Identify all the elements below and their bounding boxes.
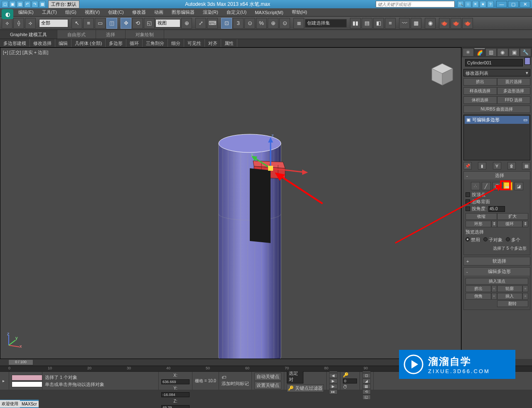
vertex-subobj-icon[interactable]: ∴ [471, 182, 480, 190]
loop-spinner[interactable]: ⇕ [522, 221, 528, 227]
communication-center-tabs[interactable]: 欢迎使用 MAXScr [0, 400, 39, 408]
menu-view[interactable]: 视图(V) [81, 8, 104, 17]
zoom-all-icon[interactable]: ▦ [362, 384, 371, 389]
unlink-icon[interactable]: ⟠ [13, 18, 24, 29]
ignore-backface-checkbox[interactable] [466, 199, 470, 204]
undo-icon[interactable]: ↶ [24, 1, 31, 7]
pin-stack-icon[interactable]: 📌 [463, 162, 472, 170]
time-tag-icon[interactable]: 🏷 [222, 375, 249, 380]
hierarchy-panel-tab[interactable]: ▥ [485, 48, 497, 57]
material-editor-icon[interactable]: ◉ [425, 18, 436, 29]
rollout-editpoly-header[interactable]: -编辑多边形 [464, 268, 530, 275]
edge-constraint-icon[interactable]: ⊕ [268, 18, 278, 29]
ribbon-tab-selection[interactable]: 选择 [96, 30, 126, 39]
ribbon-panel-tris[interactable]: 三角剖分 [143, 39, 168, 47]
ribbon-panel-geomall[interactable]: 几何体 (全部) [71, 39, 106, 47]
axis-constraint-icon[interactable]: ⊙ [279, 18, 290, 29]
menu-tools[interactable]: 工具(T) [38, 8, 61, 17]
loop-button[interactable]: 循环 [497, 221, 523, 227]
ref-coord-combo[interactable]: 视图 [155, 19, 180, 27]
rotate-icon[interactable]: ⟲ [132, 18, 143, 29]
utilities-panel-tab[interactable]: 🔧 [520, 48, 531, 57]
polygon-subobj-icon[interactable]: ▬ [503, 182, 512, 190]
maxscript-mini-listener-toggle[interactable]: ▸ [0, 372, 9, 390]
time-slider-handle[interactable]: 0 / 100 [8, 359, 33, 365]
new-icon[interactable]: ▢ [2, 1, 8, 7]
maximize-button[interactable]: ▢ [508, 1, 519, 7]
prev-frame-icon[interactable]: ◀ [329, 373, 337, 378]
align-icon[interactable]: ▤ [362, 18, 372, 29]
menu-grapheditor[interactable]: 图形编辑器 [167, 8, 199, 17]
redo-icon[interactable]: ↷ [32, 1, 38, 7]
infocenter-search[interactable] [376, 1, 455, 7]
angle-spinner[interactable]: 45.0 [488, 206, 505, 212]
open-icon[interactable]: ▣ [9, 1, 16, 7]
preview-multi-radio[interactable] [506, 237, 510, 241]
welcome-tab[interactable]: 欢迎使用 [0, 400, 20, 408]
rollout-soft-header[interactable]: +软选择 [464, 257, 530, 265]
scale-icon[interactable]: ◱ [144, 18, 155, 29]
by-angle-checkbox[interactable] [466, 206, 470, 211]
selection-dropdown[interactable]: 选定对 [287, 369, 303, 383]
select-name-icon[interactable]: ≡ [83, 18, 94, 29]
y-coord-field[interactable]: -16.084 [161, 392, 190, 397]
x-coord-field[interactable]: 636.669 [161, 379, 190, 384]
edge-subobj-icon[interactable]: ╱ [482, 182, 491, 190]
move-icon[interactable]: ✥ [121, 18, 131, 29]
add-time-tag-text[interactable]: 添加时间标记 [222, 381, 249, 387]
setkey-button[interactable]: 设置关键点 [254, 381, 281, 389]
select-region-icon[interactable]: ▭ [95, 18, 106, 29]
rollout-selection-header[interactable]: -选择 [464, 172, 530, 179]
viewcube[interactable] [428, 60, 457, 89]
exchange-icon[interactable]: ✕ [472, 1, 479, 7]
link-icon[interactable]: ⟡ [2, 18, 12, 29]
workspace-dropdown[interactable]: 工作台: 默认 [48, 0, 79, 8]
angle-snap-icon[interactable]: 3 [233, 18, 244, 29]
ribbon-panel-modifysel[interactable]: 修改选择 [30, 39, 55, 47]
extrude-settings-icon[interactable]: ▫ [491, 285, 497, 292]
display-panel-tab[interactable]: ▣ [509, 48, 520, 57]
ribbon-tab-paint[interactable]: 对象绘制 [126, 30, 164, 39]
keyboard-shortcut-icon[interactable]: ⌨ [207, 18, 218, 29]
percent-snap-icon[interactable]: ⊙ [244, 18, 255, 29]
outline-settings-icon[interactable]: ▫ [522, 285, 528, 292]
mini-listener-pink[interactable] [12, 375, 42, 381]
motion-panel-tab[interactable]: ◉ [497, 48, 508, 57]
inset-button[interactable]: 插入 [497, 293, 523, 300]
ribbon-tab-freeform[interactable]: 自由形式 [57, 30, 96, 39]
modifier-list-dropdown[interactable]: 修改器列表▾ [463, 69, 530, 76]
play-icon[interactable]: ▶ [329, 379, 337, 383]
select-manipulate-icon[interactable]: ⤢ [195, 18, 206, 29]
menu-modifier[interactable]: 修改器 [128, 8, 150, 17]
mod-preset-nurbs[interactable]: NURBS 曲面选择 [463, 106, 530, 113]
ribbon-tab-graphite[interactable]: Graphite 建模工具 [0, 30, 57, 39]
ribbon-panel-properties[interactable]: 属性 [221, 39, 237, 47]
object-name-field[interactable]: Cylinder001 [465, 59, 523, 66]
render-setup-icon[interactable]: 🫖 [439, 18, 450, 29]
key-mode-icon[interactable]: 🔑 [343, 372, 357, 378]
menu-animation[interactable]: 动画 [150, 8, 167, 17]
snap-icon[interactable]: ⊡ [221, 18, 232, 29]
grow-button[interactable]: 扩大 [497, 213, 529, 220]
select-icon[interactable]: ↖ [71, 18, 82, 29]
schematic-view-icon[interactable]: ▦ [411, 18, 421, 29]
by-vertex-checkbox[interactable] [466, 192, 470, 197]
menu-create[interactable]: 创建(C) [104, 8, 128, 17]
border-subobj-icon[interactable]: ◯ [493, 182, 502, 190]
outline-button[interactable]: 轮廓 [497, 285, 523, 292]
window-crossing-icon[interactable]: ◫ [106, 18, 117, 29]
manage-layers-icon[interactable]: ≡ [385, 18, 396, 29]
ring-spinner[interactable]: ⇕ [491, 221, 497, 227]
ring-button[interactable]: 环形 [466, 221, 491, 227]
bevel-button[interactable]: 倒角 [466, 293, 491, 300]
ribbon-panel-loops[interactable]: 循环 [126, 39, 143, 47]
modifier-stack[interactable]: ▣可编辑多边形▭ [463, 115, 530, 160]
mod-preset-splinesel[interactable]: 样条线选择 [463, 87, 497, 95]
stack-editable-poly[interactable]: ▣可编辑多边形▭ [465, 116, 529, 124]
mod-preset-polysel[interactable]: 多边形选择 [497, 87, 531, 95]
ribbon-panel-polymodel[interactable]: 多边形建模 [0, 39, 30, 47]
curve-editor-icon[interactable]: 〰 [399, 18, 410, 29]
make-unique-icon[interactable]: ∀ [493, 162, 501, 170]
subscription-icon[interactable]: ☆ [465, 1, 471, 7]
create-panel-tab[interactable]: ✳ [463, 48, 474, 57]
